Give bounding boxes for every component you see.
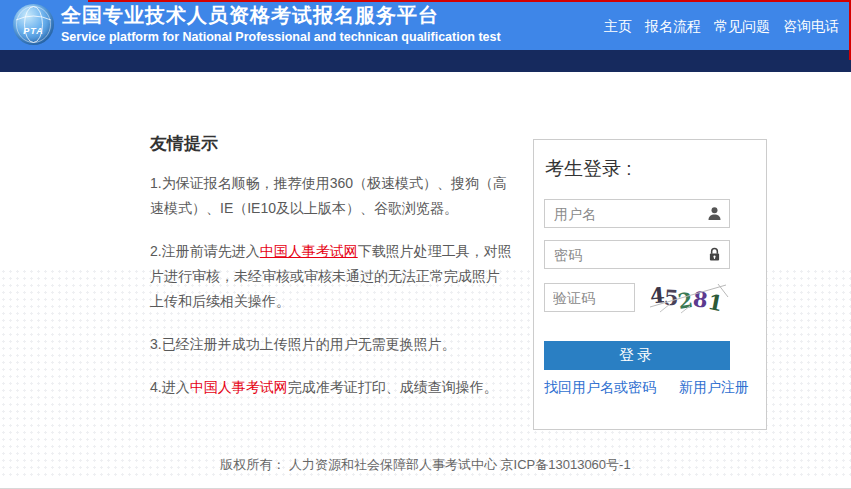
top-border-line xyxy=(88,0,851,2)
login-title: 考生登录 : xyxy=(545,156,632,182)
tip-4-text: 4.进入 xyxy=(150,379,190,395)
tip-4-text-suffix: 完成准考证打印、成绩查询操作。 xyxy=(288,379,498,395)
cpta-website-link[interactable]: 中国人事考试网 xyxy=(260,243,358,259)
nav-home[interactable]: 主页 xyxy=(604,18,632,36)
page: PTA 全国专业技术人员资格考试报名服务平台 Service platform … xyxy=(0,0,851,489)
password-input[interactable] xyxy=(544,240,730,269)
tip-item-1: 1.为保证报名顺畅，推荐使用360（极速模式）、搜狗（高速模式）、IE（IE10… xyxy=(150,171,512,221)
captcha-input[interactable] xyxy=(544,283,635,312)
header-titles: 全国专业技术人员资格考试报名服务平台 Service platform for … xyxy=(61,2,501,45)
pta-logo-icon: PTA xyxy=(13,4,54,45)
captcha-row: 4 5 2 8 1 xyxy=(544,283,759,313)
tip-item-2: 2.注册前请先进入中国人事考试网下载照片处理工具，对照片进行审核，未经审核或审核… xyxy=(150,239,512,314)
forgot-username-password-link[interactable]: 找回用户名或密码 xyxy=(544,379,656,395)
header: PTA 全国专业技术人员资格考试报名服务平台 Service platform … xyxy=(0,0,851,50)
username-field xyxy=(544,199,730,228)
new-user-register-link[interactable]: 新用户注册 xyxy=(679,379,749,395)
username-input[interactable] xyxy=(544,199,730,228)
tip-item-4: 4.进入中国人事考试网完成准考证打印、成绩查询操作。 xyxy=(150,375,512,400)
site-title: 全国专业技术人员资格考试报名服务平台 xyxy=(61,2,501,28)
sub-header-band xyxy=(0,50,851,72)
tips-heading: 友情提示 xyxy=(150,132,512,155)
login-links: 找回用户名或密码 新用户注册 xyxy=(544,379,758,397)
friendly-tips-section: 友情提示 1.为保证报名顺畅，推荐使用360（极速模式）、搜狗（高速模式）、IE… xyxy=(150,132,512,418)
captcha-image[interactable]: 4 5 2 8 1 xyxy=(648,281,730,315)
lock-icon xyxy=(706,246,723,263)
logo-text: PTA xyxy=(13,26,54,36)
user-icon xyxy=(706,205,723,222)
nav-registration-process[interactable]: 报名流程 xyxy=(645,18,701,36)
nav-contact-phone[interactable]: 咨询电话 xyxy=(783,18,839,36)
captcha-noise xyxy=(648,281,730,315)
login-button[interactable]: 登录 xyxy=(544,341,730,370)
footer: 版权所有： 人力资源和社会保障部人事考试中心 京ICP备13013060号-1 xyxy=(0,455,851,474)
tip-item-3: 3.已经注册并成功上传照片的用户无需更换照片。 xyxy=(150,332,512,357)
nav-faq[interactable]: 常见问题 xyxy=(714,18,770,36)
cpta-website-link-2[interactable]: 中国人事考试网 xyxy=(190,379,288,395)
tip-2-text: 2.注册前请先进入 xyxy=(150,243,260,259)
password-field xyxy=(544,240,730,269)
copyright-text: 版权所有： 人力资源和社会保障部人事考试中心 京ICP备13013060号-1 xyxy=(220,457,630,472)
header-nav: 主页 报名流程 常见问题 咨询电话 xyxy=(604,18,839,36)
login-panel: 考生登录 : 4 5 2 8 1 xyxy=(533,139,767,430)
site-subtitle: Service platform for National Profession… xyxy=(61,29,501,45)
